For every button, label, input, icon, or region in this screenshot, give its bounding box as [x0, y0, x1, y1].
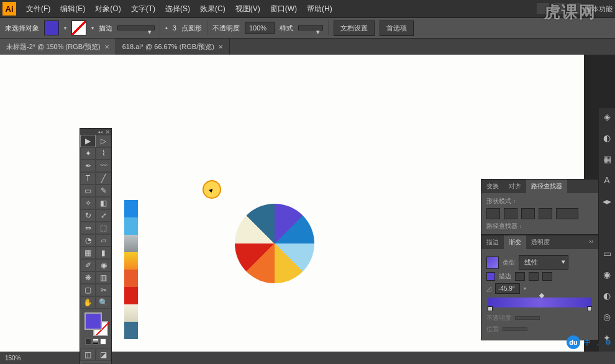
wand-tool[interactable]: ✦	[80, 147, 96, 160]
draw-mode-behind[interactable]: ◪	[96, 348, 111, 361]
swatch-2[interactable]	[124, 200, 138, 217]
artboard-tool[interactable]: ▢	[80, 284, 96, 296]
menu-object[interactable]: 对象(O)	[90, 1, 125, 17]
brushes-panel-icon[interactable]: A	[602, 175, 612, 185]
stop-opacity-input[interactable]	[515, 316, 540, 320]
collapse-icon[interactable]: ◂◂	[98, 129, 102, 135]
pie-artwork[interactable]	[235, 204, 314, 283]
eyedropper-tool[interactable]: ✐	[80, 259, 96, 271]
selection-tool[interactable]: ▶	[80, 135, 96, 147]
menu-help[interactable]: 帮助(H)	[302, 1, 337, 17]
column-graph-tool[interactable]: ▥	[96, 271, 111, 284]
swatch-6[interactable]	[124, 270, 138, 287]
tab-transform[interactable]: 变换	[481, 180, 504, 193]
badge-ime[interactable]: 中	[584, 338, 591, 347]
line-tool[interactable]: ╱	[96, 172, 111, 184]
close-icon[interactable]: ✕	[218, 43, 223, 50]
minus-front-button[interactable]	[504, 208, 517, 219]
style-dropdown[interactable]	[298, 25, 323, 30]
fill-stroke-swatch[interactable]	[83, 311, 108, 336]
swatch-4[interactable]	[124, 235, 138, 252]
menu-view[interactable]: 视图(V)	[230, 1, 265, 17]
stroke-mode-2[interactable]	[529, 272, 539, 281]
curvature-tool[interactable]: 〰	[96, 160, 111, 172]
menu-select[interactable]: 选择(S)	[160, 1, 195, 17]
rotate-tool[interactable]: ↻	[80, 209, 96, 222]
perspective-tool[interactable]: ▱	[96, 234, 111, 247]
symbols-panel-icon[interactable]: ◂▸	[602, 196, 612, 206]
swatch-3[interactable]	[124, 217, 138, 235]
shaper-tool[interactable]: ✧	[80, 197, 96, 209]
gradient-type-dropdown[interactable]: 线性	[519, 255, 568, 270]
color-panel-icon[interactable]: ◈	[602, 112, 612, 122]
gradient-stop-left[interactable]	[488, 306, 493, 311]
stroke-mode-1[interactable]	[515, 272, 525, 281]
blend-tool[interactable]: ◉	[96, 259, 111, 271]
pen-tool[interactable]: ✒	[80, 160, 96, 172]
prefs-button[interactable]: 首选项	[380, 20, 414, 36]
mesh-tool[interactable]: ▦	[80, 247, 96, 259]
doc-setup-button[interactable]: 文档设置	[334, 20, 375, 36]
tab-pathfinder[interactable]: 路径查找器	[526, 180, 567, 193]
opacity-input[interactable]: 100%	[245, 22, 275, 34]
color-guide-icon[interactable]: ◐	[602, 133, 612, 143]
gradient-tool[interactable]: ▮	[96, 247, 111, 259]
badge-comma-icon[interactable]: ，	[594, 338, 601, 347]
stroke-swatch[interactable]	[71, 20, 86, 35]
menu-effect[interactable]: 效果(C)	[195, 1, 230, 17]
appearance-panel-icon[interactable]: ◎	[602, 312, 612, 322]
menu-edit[interactable]: 编辑(E)	[55, 1, 90, 17]
close-icon[interactable]: ✕	[105, 129, 110, 135]
unite-button[interactable]	[486, 208, 500, 219]
badge-settings-icon[interactable]: ⚙	[605, 339, 611, 347]
lasso-tool[interactable]: ⌇	[96, 147, 111, 160]
draw-mode-normal[interactable]: ◫	[80, 348, 96, 361]
tab-transparency[interactable]: 透明度	[526, 235, 555, 249]
stroke-mode-3[interactable]	[542, 272, 552, 281]
tab-2[interactable]: 618.ai* @ 66.67% (RGB/预览) ✕	[116, 39, 230, 55]
dropdown-arrow-icon[interactable]: ▾	[524, 286, 526, 291]
tab-stroke[interactable]: 描边	[481, 235, 504, 249]
free-transform-tool[interactable]: ⬚	[96, 222, 111, 234]
swatch-8[interactable]	[124, 304, 138, 322]
menu-file[interactable]: 文件(F)	[21, 1, 55, 17]
close-icon[interactable]: ✕	[104, 43, 109, 50]
expand-button[interactable]	[556, 208, 578, 219]
stop-position-input[interactable]	[503, 327, 527, 331]
width-tool[interactable]: ⇔	[80, 222, 96, 234]
color-mode-gradient[interactable]	[93, 339, 99, 345]
exclude-button[interactable]	[539, 208, 552, 219]
shape-builder-tool[interactable]: ◔	[80, 234, 96, 247]
tab-gradient[interactable]: 渐变	[504, 235, 526, 249]
color-mode-none[interactable]	[100, 339, 106, 345]
toolbox-header[interactable]: ◂◂ ✕	[80, 129, 111, 135]
stroke-weight-dropdown[interactable]	[117, 25, 155, 30]
foreground-swatch[interactable]	[84, 312, 102, 330]
dropdown-arrow-icon[interactable]: ▾	[91, 25, 94, 31]
collapse-icon[interactable]: ››	[584, 235, 598, 249]
swatch-1[interactable]	[124, 183, 138, 200]
brush-tool[interactable]: ✎	[96, 184, 111, 197]
badge-du[interactable]: du	[567, 335, 580, 349]
tab-1[interactable]: 未标题-2* @ 150% (RGB/预览) ✕	[0, 39, 116, 55]
tab-align[interactable]: 对齐	[504, 180, 526, 193]
swatch-5[interactable]	[124, 252, 138, 270]
zoom-level[interactable]: 150%	[5, 355, 21, 362]
dropdown-arrow-icon[interactable]: ▾	[64, 25, 66, 31]
transparency-panel-icon[interactable]: ◐	[602, 291, 612, 301]
fill-swatch[interactable]	[44, 20, 59, 35]
swatches-panel-icon[interactable]: ▦	[602, 154, 612, 164]
intersect-button[interactable]	[521, 208, 535, 219]
angle-input[interactable]: -45.9°	[495, 283, 520, 294]
gradient-midpoint[interactable]	[539, 293, 544, 298]
zoom-tool[interactable]: 🔍	[96, 296, 111, 309]
gradient-stop-right[interactable]	[587, 306, 592, 311]
gradient-preview-swatch[interactable]	[486, 257, 499, 269]
color-mode-solid[interactable]	[85, 339, 91, 345]
stroke-swatch-mini[interactable]	[486, 272, 495, 281]
scale-tool[interactable]: ⤢	[96, 209, 111, 222]
eraser-tool[interactable]: ◧	[96, 197, 111, 209]
stroke-panel-icon[interactable]: ▭	[602, 248, 612, 258]
hand-tool[interactable]: ✋	[80, 296, 96, 309]
slice-tool[interactable]: ✂	[96, 284, 111, 296]
